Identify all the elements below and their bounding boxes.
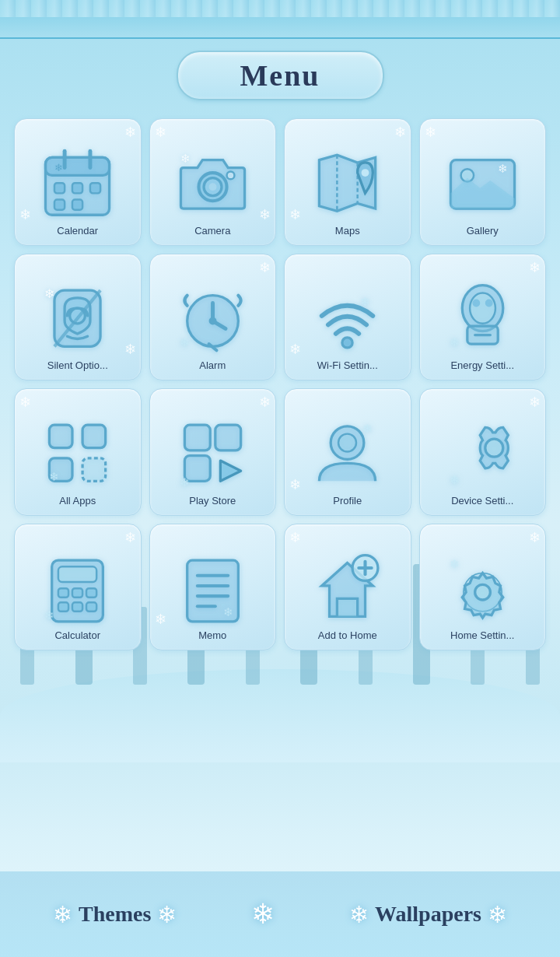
svg-text:❄: ❄	[180, 476, 190, 489]
svg-point-49	[485, 440, 503, 457]
all-apps-icon: ❄	[33, 415, 121, 491]
svg-point-30	[470, 293, 495, 323]
menu-item-profile[interactable]: ❄ ❄ Profile	[284, 388, 411, 516]
svg-text:❄: ❄	[498, 163, 508, 176]
wifi-settings-label: Wi-Fi Settin...	[314, 359, 381, 372]
svg-rect-42	[215, 426, 241, 451]
svg-rect-55	[86, 588, 96, 597]
svg-point-32	[485, 300, 493, 307]
svg-point-27	[342, 338, 352, 348]
bottom-footer: ❄ Themes ❄ ❄ ❄ Wallpapers ❄	[0, 871, 560, 957]
menu-item-calendar[interactable]: ❄ ❄ ❄ Calendar	[14, 118, 142, 246]
menu-item-gallery[interactable]: ❄ ❄ Gallery	[419, 118, 547, 246]
snowflake-deco: ❄	[529, 259, 541, 276]
svg-marker-44	[220, 461, 240, 482]
menu-item-alarm[interactable]: ❄ ❄ Alarm	[149, 254, 277, 381]
profile-icon: ❄	[303, 415, 391, 491]
svg-point-15	[362, 170, 369, 177]
top-border-frost	[0, 0, 560, 17]
calendar-icon: ❄	[33, 145, 121, 221]
menu-item-home-settings[interactable]: ❄ ❄ Home Settin...	[419, 524, 547, 651]
svg-rect-4	[54, 184, 65, 194]
menu-item-memo[interactable]: ❄ ❄ Memo	[149, 524, 277, 651]
svg-rect-54	[72, 588, 82, 597]
svg-rect-8	[72, 200, 82, 210]
menu-item-all-apps[interactable]: ❄ ❄ All Apps	[14, 388, 142, 516]
snowflake-deco: ❄	[529, 529, 541, 546]
menu-item-energy[interactable]: ❄ ❄ Energy Setti...	[419, 254, 547, 381]
menu-item-device-settings[interactable]: ❄ ❄ Device Setti...	[419, 388, 547, 516]
snowflake-deco: ❄	[289, 206, 301, 223]
svg-rect-57	[72, 602, 82, 611]
svg-rect-53	[58, 588, 68, 597]
top-border	[0, 0, 560, 39]
wallpapers-button[interactable]: ❄ Wallpapers ❄	[349, 901, 507, 928]
svg-text:❄: ❄	[360, 296, 370, 308]
svg-rect-58	[86, 602, 96, 611]
svg-rect-52	[58, 566, 96, 582]
snowflake-deco: ❄	[19, 206, 31, 223]
snowflake-deco: ❄	[289, 476, 301, 493]
home-settings-icon: ❄	[439, 550, 527, 626]
svg-rect-6	[90, 184, 100, 194]
silent-icon: ❄	[33, 280, 121, 356]
calculator-label: Calculator	[51, 629, 103, 642]
menu-item-camera[interactable]: ❄ ❄ ❄ Camera	[149, 118, 277, 246]
snowflake-deco: ❄	[19, 394, 31, 411]
maps-label: Maps	[332, 225, 363, 237]
alarm-icon: ❄	[169, 280, 257, 356]
menu-item-wifi[interactable]: ❄ ❄ Wi-Fi Settin...	[284, 254, 411, 381]
snowflake-deco: ❄	[394, 124, 406, 141]
maps-icon	[303, 145, 391, 221]
calendar-label: Calendar	[54, 225, 101, 237]
svg-point-26	[208, 317, 216, 325]
svg-rect-56	[58, 602, 68, 611]
menu-title: Menu	[240, 59, 320, 92]
snowflake-left-wallpapers: ❄	[349, 901, 369, 928]
snowflake-deco: ❄	[124, 529, 136, 546]
themes-label: Themes	[79, 902, 151, 927]
memo-icon: ❄	[169, 550, 257, 626]
snowflake-deco: ❄	[289, 529, 301, 546]
silent-options-label: Silent Optio...	[44, 359, 111, 372]
wallpapers-label: Wallpapers	[375, 902, 481, 927]
svg-text:❄: ❄	[54, 163, 63, 174]
svg-point-70	[474, 584, 490, 600]
energy-icon: ❄	[439, 280, 527, 356]
play-store-label: Play Store	[186, 495, 239, 507]
menu-item-silent-options[interactable]: ❄ ❄ Silent Optio...	[14, 254, 142, 381]
menu-item-maps[interactable]: ❄ ❄ Maps	[284, 118, 411, 246]
svg-text:❄: ❄	[180, 152, 191, 165]
snowflake-deco: ❄	[259, 259, 271, 276]
menu-title-pill: Menu	[177, 51, 384, 100]
calculator-icon: ❄	[33, 550, 121, 626]
menu-item-play-store[interactable]: ❄ ❄ Play Store	[149, 388, 277, 516]
svg-rect-36	[50, 426, 73, 449]
alarm-label: Alarm	[196, 359, 229, 372]
svg-text:❄: ❄	[222, 606, 233, 619]
snowflake-right-themes: ❄	[157, 901, 177, 928]
svg-point-31	[472, 300, 480, 307]
play-store-icon: ❄	[169, 415, 257, 491]
menu-item-calculator[interactable]: ❄ ❄ Calculator	[14, 524, 142, 651]
svg-rect-41	[184, 426, 210, 451]
snowflake-deco: ❄	[259, 206, 271, 223]
gallery-label: Gallery	[464, 225, 502, 237]
themes-button[interactable]: ❄ Themes ❄	[53, 901, 177, 928]
svg-text:❄: ❄	[362, 422, 373, 435]
svg-rect-5	[72, 184, 82, 194]
profile-label: Profile	[330, 495, 365, 507]
wifi-icon: ❄	[303, 280, 391, 356]
menu-item-add-to-home[interactable]: ❄ Add to Home	[284, 524, 411, 651]
snowflake-deco: ❄	[155, 124, 166, 141]
device-settings-label: Device Setti...	[448, 495, 516, 507]
svg-point-47	[338, 434, 356, 452]
svg-text:❄: ❄	[450, 474, 460, 486]
device-settings-icon: ❄	[439, 415, 527, 491]
snowflake-deco: ❄	[155, 611, 166, 628]
footer-divider-snowflake: ❄	[251, 898, 275, 931]
energy-settings-label: Energy Setti...	[447, 359, 517, 372]
svg-text:❄: ❄	[50, 471, 60, 484]
svg-point-12	[208, 184, 216, 191]
all-apps-label: All Apps	[56, 495, 99, 507]
